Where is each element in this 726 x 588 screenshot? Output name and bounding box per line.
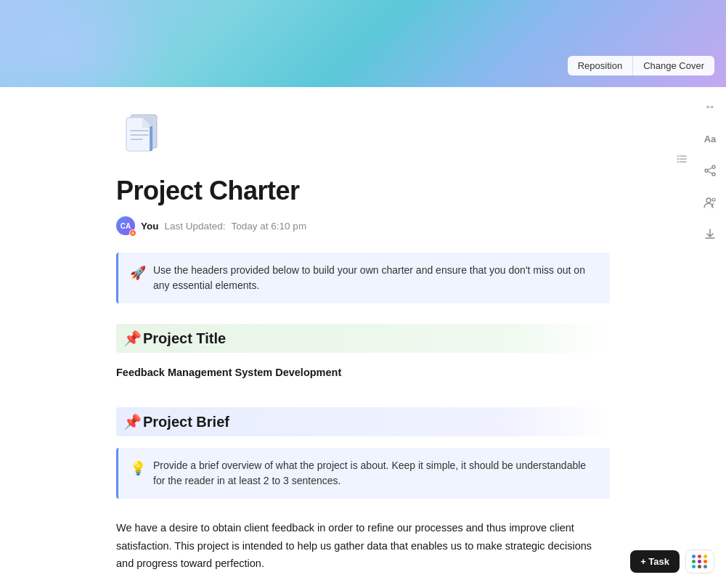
dot-7 <box>692 565 696 568</box>
lightbulb-icon: 💡 <box>130 459 146 478</box>
bottom-right-bar: + Task <box>630 550 714 573</box>
svg-point-9 <box>705 169 708 172</box>
content-area: Project Charter CA A You Last Updated: T… <box>87 87 639 588</box>
project-brief-callout: 💡 Provide a brief overview of what the p… <box>116 448 610 499</box>
project-brief-heading: 📌 Project Brief <box>116 407 610 436</box>
right-sidebar: ↔ Aa <box>694 87 726 254</box>
project-title-value: Feedback Management System Development <box>116 364 610 381</box>
download-icon[interactable] <box>702 226 718 242</box>
pin-icon-1: 📌 <box>123 330 142 347</box>
project-title-heading: 📌 Project Title <box>116 324 610 353</box>
project-brief-body: We have a desire to obtain client feedba… <box>116 519 610 573</box>
page-title: Project Charter <box>116 176 610 206</box>
last-updated-label: Last Updated: <box>165 221 226 232</box>
svg-line-11 <box>708 168 712 170</box>
dot-3 <box>703 555 707 558</box>
avatar-badge: A <box>129 229 136 237</box>
expand-icon[interactable]: ↔ <box>702 99 718 115</box>
author-name: You <box>141 221 159 232</box>
last-updated-value: Today at 6:10 pm <box>232 221 307 232</box>
intro-callout-text: Use the headers provided below to build … <box>153 263 598 293</box>
apps-dots-grid <box>692 555 708 568</box>
dot-8 <box>698 565 701 568</box>
dot-1 <box>692 555 696 558</box>
intro-callout: 🚀 Use the headers provided below to buil… <box>116 253 610 303</box>
svg-point-13 <box>706 198 711 203</box>
dot-6 <box>703 560 707 563</box>
change-cover-button[interactable]: Change Cover <box>633 56 714 75</box>
cover-image: Reposition Change Cover <box>0 0 726 87</box>
main-layout: Project Charter CA A You Last Updated: T… <box>0 87 726 588</box>
dot-2 <box>698 555 701 558</box>
project-title-heading-text: Project Title <box>143 330 226 347</box>
svg-rect-7 <box>150 126 152 151</box>
dot-4 <box>692 560 696 563</box>
users-icon[interactable] <box>702 195 718 211</box>
svg-point-10 <box>712 173 715 176</box>
list-view-icon[interactable] <box>675 152 688 168</box>
cover-action-buttons: Reposition Change Cover <box>568 56 714 75</box>
dot-9 <box>703 565 707 568</box>
rocket-icon: 🚀 <box>130 264 146 283</box>
share-icon[interactable] <box>702 163 718 179</box>
task-button[interactable]: + Task <box>630 550 680 573</box>
section-project-title: 📌 Project Title Feedback Management Syst… <box>116 324 610 381</box>
page-icon[interactable] <box>116 105 610 164</box>
svg-point-8 <box>712 166 715 168</box>
dot-5 <box>698 560 701 563</box>
avatar: CA A <box>116 216 135 235</box>
section-project-brief: 📌 Project Brief 💡 Provide a brief overvi… <box>116 407 610 573</box>
font-icon[interactable]: Aa <box>702 131 718 147</box>
pin-icon-2: 📌 <box>123 413 142 430</box>
svg-line-12 <box>708 171 712 173</box>
author-row: CA A You Last Updated: Today at 6:10 pm <box>116 216 610 235</box>
svg-point-14 <box>712 198 715 201</box>
doc-icon-svg <box>116 105 168 157</box>
reposition-button[interactable]: Reposition <box>568 56 633 75</box>
project-brief-heading-text: Project Brief <box>143 414 229 430</box>
project-brief-callout-text: Provide a brief overview of what the pro… <box>153 458 598 489</box>
apps-button[interactable] <box>685 550 714 573</box>
